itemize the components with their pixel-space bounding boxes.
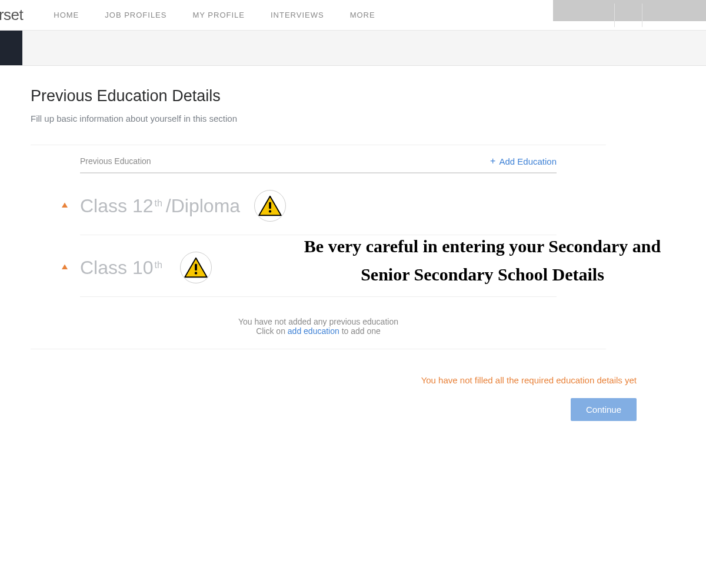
instruction-callout: Be very careful in entering your Seconda…	[294, 232, 671, 289]
add-education-label: Add Education	[499, 156, 557, 166]
svg-rect-2	[195, 264, 197, 270]
nav-interviews[interactable]: INTERVIEWS	[271, 11, 324, 19]
svg-point-3	[195, 272, 197, 274]
empty-state-message: You have not added any previous educatio…	[80, 297, 557, 349]
empty-state-line1: You have not added any previous educatio…	[80, 317, 557, 326]
warning-badge	[254, 190, 286, 222]
sub-bar	[0, 31, 706, 66]
edu-title-pre: Class 10	[80, 257, 154, 279]
nav-home[interactable]: HOME	[54, 11, 79, 19]
svg-rect-0	[269, 202, 271, 209]
section-header-label: Previous Education	[80, 156, 151, 166]
add-education-inline-link[interactable]: add education	[288, 326, 339, 336]
education-row-title: Class 10th	[80, 257, 166, 279]
edu-title-post: /Diploma	[166, 195, 240, 217]
footer-area: You have not filled all the required edu…	[31, 375, 637, 421]
nav-divider	[614, 4, 615, 27]
page-title: Previous Education Details	[31, 87, 606, 105]
nav-divider	[642, 4, 642, 27]
education-row-title: Class 12th /Diploma	[80, 195, 240, 217]
top-nav: perset HOME JOB PROFILES MY PROFILE INTE…	[0, 0, 706, 31]
empty-state-line2: Click on add education to add one	[80, 326, 557, 336]
warning-badge	[180, 252, 212, 283]
footer-warning-text: You have not filled all the required edu…	[31, 375, 637, 385]
continue-button[interactable]: Continue	[571, 398, 637, 421]
warning-triangle-icon	[61, 263, 68, 272]
warning-triangle-icon	[258, 195, 282, 217]
divider	[31, 349, 606, 349]
brand-fragment: perset	[0, 6, 23, 24]
nav-right-redacted-block	[553, 0, 706, 21]
empty-state-line2-post: to add one	[339, 326, 381, 336]
education-row-class-12-diploma[interactable]: Class 12th /Diploma	[80, 173, 557, 235]
nav-my-profile[interactable]: MY PROFILE	[192, 11, 245, 19]
sub-bar-active-indicator	[0, 31, 22, 65]
add-education-button[interactable]: + Add Education	[490, 156, 557, 166]
empty-state-line2-pre: Click on	[256, 326, 288, 336]
nav-job-profiles[interactable]: JOB PROFILES	[105, 11, 166, 19]
svg-point-1	[269, 210, 271, 212]
edu-title-sup: th	[155, 260, 162, 270]
section-header: Previous Education + Add Education	[80, 145, 557, 173]
warning-triangle-icon	[184, 256, 208, 279]
nav-more[interactable]: MORE	[350, 11, 375, 19]
edu-title-pre: Class 12	[80, 195, 154, 217]
plus-icon: +	[490, 156, 495, 166]
warning-triangle-icon	[61, 202, 68, 211]
page-subtitle: Fill up basic information about yourself…	[31, 113, 606, 123]
edu-title-sup: th	[155, 198, 162, 209]
